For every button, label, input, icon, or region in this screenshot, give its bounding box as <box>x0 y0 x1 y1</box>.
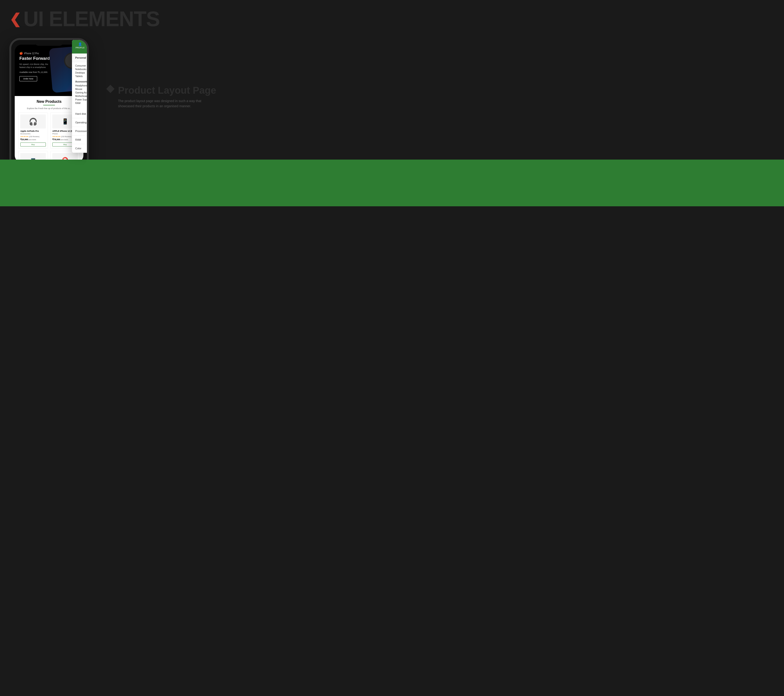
review-count-0: (233 Reviews) <box>29 136 40 137</box>
panel-content: Personal Computing ∧ Consumer Notebooks … <box>72 54 89 153</box>
os-filter-label: Operating System <box>75 121 89 124</box>
shopping-list-tab[interactable]: ☰ SHOPPING LIST <box>88 40 89 54</box>
price-extra-0: plus taxes <box>29 139 36 140</box>
products-grid: 🎧 Apple AirPods Pro Accessories ★★★★★ (2… <box>18 112 80 162</box>
right-content: Product Layout Page The product layout p… <box>98 38 775 109</box>
panel-tabs: 👤 PROFILE ☰ SHOPPING LIST 🛒 MY CART <box>72 40 89 54</box>
buy-button-0[interactable]: Buy <box>20 143 46 146</box>
product-layout-description: The product layout page was designed in … <box>118 99 211 109</box>
products-subtitle: Explore the Fresh line up of products of… <box>18 107 80 110</box>
headphones-item[interactable]: Headphones <box>75 84 89 87</box>
hard-disk-filter: Hard disk <box>72 109 89 118</box>
gaming-accessories-item[interactable]: Gaming Accessories <box>75 91 89 94</box>
page-header: ❮ UI Elements <box>0 0 784 33</box>
consumer-commercial-cols: Consumer Notebooks Desktops Tablets Comm… <box>75 64 89 78</box>
product-card-airpods: 🎧 Apple AirPods Pro Accessories ★★★★★ (2… <box>18 112 48 148</box>
color-filter-label: Color <box>75 147 81 150</box>
color-filter[interactable]: Color ∨ <box>72 144 89 153</box>
ram-menu-item[interactable]: RAM <box>75 101 89 105</box>
consumer-item[interactable]: Consumer <box>75 64 89 67</box>
ram-filter[interactable]: RAM ∨ <box>72 135 89 144</box>
products-title: New Products <box>18 100 80 104</box>
accessories-list: Headphones Mouse Gaming Accessories Moth… <box>75 84 89 105</box>
processor-filter[interactable]: Processor ∨ <box>72 127 89 135</box>
hard-disk-label: Hard disk <box>75 112 86 115</box>
phone-description: 5G speed. A14 Bionic chip, the fastest c… <box>20 63 52 69</box>
product-layout-section: Product Layout Page The product layout p… <box>107 85 775 109</box>
panel-header: 👤 PROFILE ☰ SHOPPING LIST 🛒 MY CART ✕ <box>72 40 89 54</box>
iphone-product-icon: 📱 <box>62 118 69 125</box>
phone-mockup: 🍎 iPhone 12 Pro Faster Forward. 5G speed… <box>9 38 89 169</box>
back-icon: ❮ <box>9 12 21 26</box>
review-count-1: (233 Reviews) <box>61 136 71 137</box>
personal-computing-category[interactable]: Personal Computing ∧ <box>72 54 89 62</box>
product-image-airpods: 🎧 <box>20 115 46 128</box>
price-extra-1: plus taxes <box>61 139 68 140</box>
product-price-0: ₹20,990 plus taxes <box>20 138 46 141</box>
green-section <box>0 160 784 206</box>
consumer-notebooks-item[interactable]: Notebooks <box>75 67 89 71</box>
ram-filter-label: RAM <box>75 138 81 141</box>
profile-tab[interactable]: 👤 PROFILE <box>72 40 88 54</box>
consumer-column: Consumer Notebooks Desktops Tablets <box>75 64 89 78</box>
stars-icon-0: ★★★★★ <box>20 135 28 138</box>
product-name-0: Apple AirPods Pro <box>20 130 46 132</box>
power-supply-item[interactable]: Power Supply <box>75 98 89 101</box>
consumer-tablets-item[interactable]: Tablets <box>75 74 89 78</box>
order-now-button[interactable]: Order Now <box>20 76 37 81</box>
motherboard-item[interactable]: Motherboard <box>75 94 89 98</box>
profile-tab-icon: 👤 <box>73 42 87 46</box>
title-underline <box>43 105 55 105</box>
processor-filter-label: Processor <box>75 130 87 132</box>
category-title: Personal Computing <box>75 56 89 59</box>
page-title: UI Elements <box>23 7 160 31</box>
airpods-icon: 🎧 <box>29 117 37 126</box>
panel-menu: Consumer Notebooks Desktops Tablets Comm… <box>72 62 89 109</box>
shopping-panel: 👤 PROFILE ☰ SHOPPING LIST 🛒 MY CART ✕ <box>72 40 89 153</box>
product-category-0: Accessories <box>20 133 46 135</box>
product-layout-text: Product Layout Page The product layout p… <box>118 85 775 109</box>
apple-logo-icon: 🍎 <box>20 52 23 55</box>
consumer-desktops-item[interactable]: Desktops <box>75 71 89 74</box>
product-layout-title: Product Layout Page <box>118 85 775 96</box>
main-content: 🍎 iPhone 12 Pro Faster Forward. 5G speed… <box>0 33 784 174</box>
diamond-icon <box>106 85 115 93</box>
product-rating-0: ★★★★★ (233 Reviews) <box>20 135 46 138</box>
accessories-section-title: Accessories <box>75 81 89 83</box>
stars-icon-1: ★★★★★ <box>52 135 61 138</box>
os-filter[interactable]: Operating System ∨ <box>72 118 89 127</box>
mouse-item[interactable]: Mouse <box>75 87 89 91</box>
